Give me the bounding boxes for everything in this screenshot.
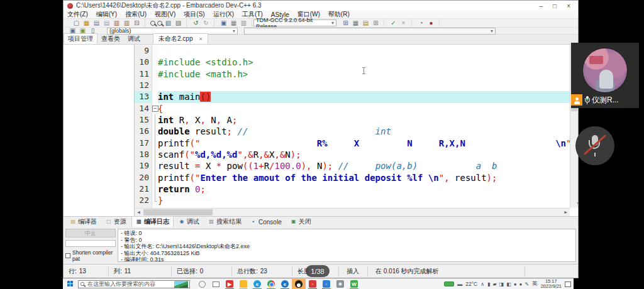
start-button[interactable]	[63, 281, 78, 287]
scroll-left-icon[interactable]: ◀	[135, 209, 143, 216]
output-tab-编译日志[interactable]: ▥编译日志	[131, 216, 174, 227]
temperature-readout[interactable]: 22°C	[465, 281, 477, 287]
cortana-button[interactable]	[195, 279, 209, 289]
tencent-meeting[interactable]: ◦	[306, 279, 319, 289]
title-bar[interactable]: C:\Users\14426\Desktop\未命名2.cpp - Embarc…	[64, 1, 578, 11]
save-all-icon[interactable]: ▥	[113, 19, 121, 27]
syntax-check-icon[interactable]: ✓	[389, 19, 397, 27]
minimize-button[interactable]: –	[540, 3, 543, 9]
output-tab-关闭[interactable]: ▣关闭	[287, 217, 315, 227]
tray-expand-chevron[interactable]: ∧	[480, 281, 484, 287]
shorten-paths-option[interactable]: Shorten compiler pat	[65, 249, 116, 262]
compile-icon[interactable]: ⊞	[341, 19, 350, 27]
code-line[interactable]: 14{	[135, 103, 570, 114]
pinned-app-video[interactable]: ▶	[223, 279, 236, 289]
project-browser-panel[interactable]	[64, 45, 135, 216]
hscroll-thumb[interactable]	[143, 209, 213, 215]
code-line[interactable]: 17printf(" R% X N R,X,N \n"	[135, 138, 570, 149]
ime-indicator[interactable]: 英	[532, 280, 538, 288]
menu-item[interactable]: 项目(S)	[184, 10, 204, 19]
taskbar-search-input[interactable]: 在这里输入你要搜索的内容	[78, 280, 190, 288]
fold-mid-icon[interactable]	[152, 126, 158, 137]
qq-app[interactable]	[292, 279, 306, 289]
code-line[interactable]: 16double result; // int	[135, 126, 570, 137]
profile-icon[interactable]: ◔	[417, 19, 425, 27]
sidebar-tab-项目管理[interactable]: 项目管理	[64, 33, 97, 44]
code-line[interactable]: 9	[135, 45, 570, 57]
close-file-icon[interactable]: ▥	[123, 19, 131, 27]
editor-tab-unnamed2[interactable]: 未命名2.cpp ×	[153, 33, 208, 44]
add-watch-icon[interactable]: ▣	[219, 19, 228, 27]
fold-start-icon[interactable]	[152, 103, 158, 114]
delete-profile-icon[interactable]: ●	[427, 19, 435, 27]
menu-item[interactable]: 搜索(U)	[125, 10, 147, 19]
tray-folder-icon[interactable]: ▰	[492, 281, 496, 287]
find-icon[interactable]	[150, 21, 155, 26]
fold-mid-icon[interactable]	[152, 183, 158, 195]
scroll-down-icon[interactable]: ▼	[574, 200, 578, 208]
new-file-icon[interactable]: ▢	[72, 19, 80, 27]
replace-icon[interactable]: ▧	[164, 19, 172, 27]
rebuild-all-icon[interactable]: ⊞	[372, 19, 380, 27]
horizontal-scrollbar[interactable]: ◀ ▶	[135, 208, 570, 216]
tray-pen-icon[interactable]: ✎	[525, 281, 529, 287]
code-line[interactable]: 22}	[135, 195, 570, 206]
sidebar-tab-查看类[interactable]: 查看类	[97, 34, 124, 44]
fold-mid-icon[interactable]	[152, 138, 158, 149]
open-file-icon[interactable]: ▦	[82, 19, 91, 27]
compile-log-output[interactable]: - 错误: 0- 警告: 0- 输出文件名: C:\Users\14426\De…	[118, 229, 576, 262]
compiler-config-dropdown[interactable]: TDM-GCC 9.2.0 64-bit Release▾	[253, 19, 336, 26]
menu-item[interactable]: 运行(X)	[213, 10, 234, 19]
chrome-browser[interactable]	[264, 279, 278, 289]
taskbar-clock[interactable]: 15:17 2022/9/21	[541, 279, 562, 289]
abort-button[interactable]: 中止	[65, 229, 116, 237]
code-line[interactable]: 15int R, X, N, A;	[135, 114, 570, 126]
menu-item[interactable]: 编辑(Y)	[96, 10, 117, 19]
tab-close-icon[interactable]: ×	[199, 36, 202, 42]
code-line[interactable]: 10#include <stdio.h>	[135, 57, 570, 68]
checkbox-icon[interactable]	[65, 253, 70, 258]
code-line[interactable]: 12	[135, 80, 570, 91]
code-line[interactable]: 21return 0;	[135, 183, 570, 195]
ie-browser[interactable]: e	[278, 279, 292, 289]
project-options-icon[interactable]: ▦	[230, 19, 238, 27]
code-line[interactable]: 20printf("Enter the amout of the initial…	[135, 172, 570, 183]
code-line[interactable]: 18scanf("%d,%d,%d",&R,&X,&N);	[135, 149, 570, 160]
tray-qq1-icon[interactable]: ●	[514, 281, 517, 287]
output-tab-调试[interactable]: ◉调试	[175, 217, 203, 227]
redo-icon[interactable]: ↻	[202, 19, 210, 27]
find-in-files-icon[interactable]	[157, 21, 162, 26]
fold-mid-icon[interactable]	[152, 160, 158, 172]
undo-icon[interactable]: ↺	[192, 19, 200, 27]
output-tab-编译器[interactable]: ▤编译器	[66, 217, 101, 227]
tray-display-icon[interactable]: ◨	[499, 281, 504, 287]
fold-mid-icon[interactable]	[152, 114, 158, 126]
tray-mic-icon[interactable]: ▮	[487, 281, 490, 287]
goto-line-icon[interactable]: ▨	[174, 19, 182, 27]
members-dropdown[interactable]: ▾	[244, 28, 496, 35]
menu-item[interactable]: 文件(Z)	[67, 10, 88, 19]
fold-end-icon[interactable]	[152, 195, 158, 206]
fold-mid-icon[interactable]	[152, 172, 158, 183]
settings-app[interactable]: ✳	[333, 279, 347, 289]
task-view-button[interactable]	[209, 279, 223, 289]
code-line[interactable]: 11#include <math.h>	[135, 68, 570, 80]
save-icon[interactable]: ▤	[92, 19, 101, 27]
code-line[interactable]: 19result = X * pow((1+R/100.0), N); // p…	[135, 160, 570, 172]
abort-compile-icon[interactable]: ×	[399, 19, 408, 27]
sidebar-tab-调试[interactable]: 调试	[124, 34, 144, 44]
package-icon[interactable]: ▥	[240, 19, 248, 27]
run-icon[interactable]: ▦	[352, 19, 360, 27]
fold-mid-icon[interactable]	[152, 149, 158, 160]
mute-microphone-button[interactable]	[575, 126, 614, 165]
edge-browser[interactable]: e	[250, 279, 264, 289]
tray-volume-icon[interactable]: ◧	[506, 281, 511, 287]
notification-center-icon[interactable]	[565, 281, 571, 287]
wechat-green[interactable]: W	[347, 279, 361, 289]
output-tab-资源[interactable]: ▢资源	[102, 217, 130, 227]
scroll-right-icon[interactable]: ▶	[562, 209, 570, 216]
maximize-button[interactable]: □	[553, 3, 557, 9]
code-line[interactable]: 13int main()	[135, 91, 570, 102]
close-button[interactable]: ×	[567, 3, 570, 9]
output-tab-搜索结果[interactable]: ▨搜索结果	[204, 217, 245, 227]
